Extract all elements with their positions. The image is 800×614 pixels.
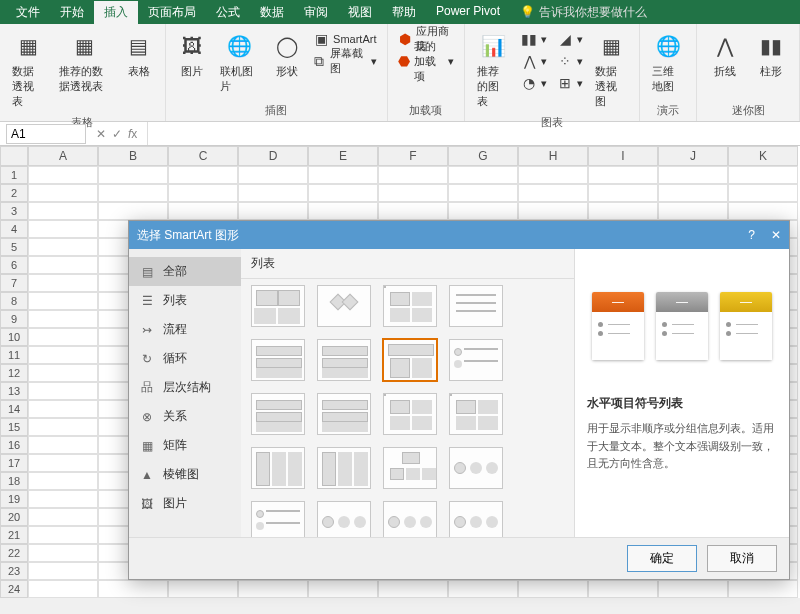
column-header[interactable]: H <box>518 146 588 166</box>
cell[interactable] <box>238 166 308 184</box>
cell[interactable] <box>518 580 588 598</box>
cell[interactable] <box>28 274 98 292</box>
cell[interactable] <box>28 490 98 508</box>
smartart-thumb[interactable] <box>449 393 503 435</box>
row-header[interactable]: 12 <box>0 364 28 382</box>
cell[interactable] <box>28 472 98 490</box>
cell[interactable] <box>658 580 728 598</box>
cell[interactable] <box>378 166 448 184</box>
cell[interactable] <box>518 184 588 202</box>
cell[interactable] <box>728 202 798 220</box>
cell[interactable] <box>168 202 238 220</box>
row-header[interactable]: 4 <box>0 220 28 238</box>
cancel-formula-icon[interactable]: ✕ <box>96 127 106 141</box>
cell[interactable] <box>28 310 98 328</box>
cell[interactable] <box>28 238 98 256</box>
category-item[interactable]: ▲棱锥图 <box>129 460 241 489</box>
cell[interactable] <box>308 184 378 202</box>
shapes-button[interactable]: ◯形状 <box>266 28 306 81</box>
row-header[interactable]: 1 <box>0 166 28 184</box>
sparkline-line-button[interactable]: ⋀折线 <box>703 28 747 81</box>
cell[interactable] <box>448 166 518 184</box>
ok-button[interactable]: 确定 <box>627 545 697 572</box>
cell[interactable] <box>238 202 308 220</box>
column-header[interactable]: B <box>98 146 168 166</box>
smartart-thumb[interactable] <box>251 393 305 435</box>
row-header[interactable]: 15 <box>0 418 28 436</box>
smartart-thumb[interactable] <box>449 339 503 381</box>
recommended-charts-button[interactable]: 📊推荐的图表 <box>471 28 515 111</box>
smartart-thumb[interactable] <box>251 285 305 327</box>
cell[interactable] <box>28 256 98 274</box>
cell[interactable] <box>588 580 658 598</box>
column-header[interactable]: I <box>588 146 658 166</box>
smartart-thumb[interactable] <box>251 447 305 489</box>
category-item[interactable]: ⊗关系 <box>129 402 241 431</box>
cell[interactable] <box>518 202 588 220</box>
tell-me-search[interactable]: 💡 告诉我你想要做什么 <box>520 4 647 21</box>
enter-formula-icon[interactable]: ✓ <box>112 127 122 141</box>
smartart-thumb[interactable] <box>383 501 437 537</box>
chart-type-2[interactable]: ⋀▾ <box>517 50 551 72</box>
cell[interactable] <box>28 346 98 364</box>
cell[interactable] <box>448 184 518 202</box>
row-header[interactable]: 24 <box>0 580 28 598</box>
cell[interactable] <box>378 184 448 202</box>
row-header[interactable]: 8 <box>0 292 28 310</box>
row-header[interactable]: 3 <box>0 202 28 220</box>
column-header[interactable]: G <box>448 146 518 166</box>
pivot-table-button[interactable]: ▦数据透视表 <box>6 28 51 111</box>
pivotchart-button[interactable]: ▦数据透视图 <box>589 28 633 111</box>
smartart-thumb[interactable] <box>317 447 371 489</box>
cell[interactable] <box>518 166 588 184</box>
name-box[interactable] <box>6 124 86 144</box>
ribbon-tab[interactable]: 数据 <box>250 1 294 24</box>
cell[interactable] <box>28 400 98 418</box>
row-header[interactable]: 17 <box>0 454 28 472</box>
smartart-thumb[interactable] <box>383 393 437 435</box>
cell[interactable] <box>28 292 98 310</box>
formula-input[interactable] <box>147 122 800 145</box>
row-header[interactable]: 22 <box>0 544 28 562</box>
cell[interactable] <box>378 202 448 220</box>
cell[interactable] <box>378 580 448 598</box>
ribbon-tab[interactable]: 文件 <box>6 1 50 24</box>
category-item[interactable]: ▦矩阵 <box>129 431 241 460</box>
cell[interactable] <box>98 580 168 598</box>
cell[interactable] <box>98 184 168 202</box>
row-header[interactable]: 21 <box>0 526 28 544</box>
smartart-thumb[interactable] <box>317 393 371 435</box>
sparkline-column-button[interactable]: ▮▮柱形 <box>749 28 793 81</box>
picture-button[interactable]: 🖼图片 <box>172 28 212 81</box>
smartart-thumb[interactable] <box>449 447 503 489</box>
column-header[interactable]: F <box>378 146 448 166</box>
cell[interactable] <box>588 184 658 202</box>
column-header[interactable]: K <box>728 146 798 166</box>
cell[interactable] <box>28 328 98 346</box>
cell[interactable] <box>98 166 168 184</box>
table-button[interactable]: ▤表格 <box>119 28 159 81</box>
smartart-thumb[interactable] <box>317 285 371 327</box>
ribbon-tab[interactable]: 页面布局 <box>138 1 206 24</box>
cell[interactable] <box>588 202 658 220</box>
chart-type-6[interactable]: ⊞▾ <box>553 72 587 94</box>
cell[interactable] <box>28 436 98 454</box>
cell[interactable] <box>28 184 98 202</box>
cell[interactable] <box>308 580 378 598</box>
cell[interactable] <box>658 184 728 202</box>
cell[interactable] <box>28 166 98 184</box>
row-header[interactable]: 9 <box>0 310 28 328</box>
row-header[interactable]: 14 <box>0 400 28 418</box>
cell[interactable] <box>308 202 378 220</box>
chart-type-4[interactable]: ◢▾ <box>553 28 587 50</box>
cell[interactable] <box>588 166 658 184</box>
category-item[interactable]: ↻循环 <box>129 344 241 373</box>
row-header[interactable]: 5 <box>0 238 28 256</box>
fx-icon[interactable]: fx <box>128 127 137 141</box>
cell[interactable] <box>28 508 98 526</box>
dialog-close-button[interactable]: ✕ <box>771 228 781 242</box>
row-header[interactable]: 16 <box>0 436 28 454</box>
smartart-thumb[interactable] <box>251 339 305 381</box>
ribbon-tab[interactable]: 视图 <box>338 1 382 24</box>
smartart-thumb[interactable] <box>449 501 503 537</box>
